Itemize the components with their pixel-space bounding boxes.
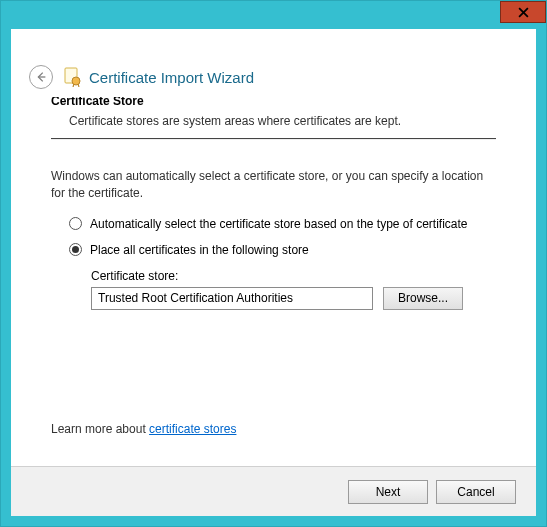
store-label: Certificate store: bbox=[91, 269, 496, 283]
learn-link[interactable]: certificate stores bbox=[149, 422, 236, 436]
learn-prefix: Learn more about bbox=[51, 422, 149, 436]
dialog-footer: Next Cancel bbox=[11, 466, 536, 516]
radio-label: Place all certificates in the following … bbox=[90, 243, 309, 257]
description-text: Windows can automatically select a certi… bbox=[51, 168, 496, 203]
close-button[interactable] bbox=[500, 1, 546, 23]
radio-icon bbox=[69, 243, 82, 256]
svg-point-4 bbox=[72, 77, 80, 85]
arrow-left-icon bbox=[34, 70, 48, 84]
browse-button[interactable]: Browse... bbox=[383, 287, 463, 310]
window-frame: Certificate Import Wizard Certificate St… bbox=[0, 0, 547, 527]
radio-label: Automatically select the certificate sto… bbox=[90, 217, 468, 231]
divider bbox=[51, 138, 496, 140]
close-icon bbox=[518, 7, 529, 18]
store-block: Certificate store: Browse... bbox=[91, 269, 496, 310]
next-button[interactable]: Next bbox=[348, 480, 428, 504]
dialog-header: Certificate Import Wizard bbox=[21, 57, 526, 97]
radio-group: Automatically select the certificate sto… bbox=[69, 217, 496, 310]
radio-option-auto[interactable]: Automatically select the certificate sto… bbox=[69, 217, 496, 231]
back-button[interactable] bbox=[29, 65, 53, 89]
radio-option-place[interactable]: Place all certificates in the following … bbox=[69, 243, 496, 257]
certificate-icon bbox=[63, 67, 81, 87]
learn-more: Learn more about certificate stores bbox=[51, 422, 236, 436]
dialog-body: Certificate Import Wizard Certificate St… bbox=[11, 29, 536, 516]
certificate-store-input[interactable] bbox=[91, 287, 373, 310]
page-title: Certificate Import Wizard bbox=[89, 69, 254, 86]
section-subtitle: Certificate stores are system areas wher… bbox=[69, 114, 496, 128]
cancel-button[interactable]: Cancel bbox=[436, 480, 516, 504]
radio-icon bbox=[69, 217, 82, 230]
